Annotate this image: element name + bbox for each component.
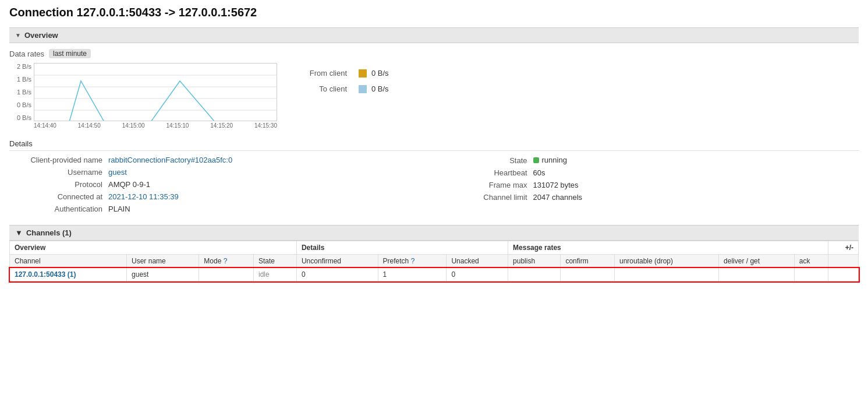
protocol-val: AMQP 0-9-1 [108, 180, 150, 189]
row-deliver [719, 268, 795, 281]
chart-box [34, 63, 277, 121]
y-label-4: 0 B/s [9, 114, 31, 121]
state-val: running [533, 156, 567, 164]
col-mode: Mode ? [199, 255, 254, 268]
col-confirm: confirm [561, 255, 615, 268]
auth-key: Authentication [9, 205, 102, 213]
col-username: User name [127, 255, 199, 268]
channels-section-header: ▼ Channels (1) [9, 225, 859, 241]
channels-label: Channels (1) [26, 228, 72, 237]
connected-at-key: Connected at [9, 192, 102, 201]
y-label-1: 1 B/s [9, 76, 31, 83]
details-grid: Client-provided name rabbitConnectionFac… [9, 156, 859, 213]
col-deliver: deliver / get [719, 255, 795, 268]
row-state: idle [254, 268, 297, 281]
username-row: Username guest [9, 168, 434, 177]
col-unacked: Unacked [447, 255, 508, 268]
username-val: guest [108, 168, 127, 177]
channels-group-header-row: Overview Details Message rates +/- [10, 241, 859, 255]
channels-table: Overview Details Message rates +/- Chann… [9, 241, 859, 281]
channel-limit-key: Channel limit [434, 193, 527, 202]
from-client-color-box [359, 69, 367, 78]
x-axis-labels: 14:14:40 14:14:50 14:15:00 14:15:10 14:1… [34, 122, 277, 129]
frame-max-key: Frame max [434, 181, 527, 189]
row-unroutable [614, 268, 718, 281]
legend-area: From client 0 B/s To client 0 B/s [300, 63, 389, 93]
overview-label: Overview [24, 31, 58, 40]
heartbeat-val: 60s [533, 168, 545, 177]
chart-svg [34, 64, 277, 121]
plus-minus-btn[interactable]: +/- [828, 241, 859, 255]
to-client-color-box [359, 85, 367, 93]
col-unroutable: unroutable (drop) [614, 255, 718, 268]
state-text: running [542, 156, 567, 164]
details-title: Details [9, 139, 859, 151]
details-left-col: Client-provided name rabbitConnectionFac… [9, 156, 434, 213]
row-spacer [828, 268, 859, 281]
from-client-color-val: 0 B/s [359, 69, 389, 78]
from-client-legend: From client 0 B/s [300, 69, 389, 78]
col-unconfirmed: Unconfirmed [296, 255, 378, 268]
username-key: Username [9, 168, 102, 177]
details-right-col: State running Heartbeat 60s Frame max 13… [434, 156, 859, 213]
col-prefetch: Prefetch ? [378, 255, 447, 268]
y-label-3: 0 B/s [9, 101, 31, 108]
heartbeat-row: Heartbeat 60s [434, 168, 859, 177]
overview-arrow-icon: ▼ [15, 32, 21, 38]
time-badge[interactable]: last minute [49, 49, 91, 58]
channels-col-header-row: Channel User name Mode ? State Unconfirm… [10, 255, 859, 268]
row-unacked: 0 [447, 268, 508, 281]
row-ack [794, 268, 828, 281]
channel-limit-val: 2047 channels [533, 193, 583, 202]
protocol-key: Protocol [9, 180, 102, 189]
col-mode-label: Mode [204, 257, 221, 265]
col-prefetch-label: Prefetch [383, 257, 409, 265]
chart-container: 2 B/s 1 B/s 1 B/s 0 B/s 0 B/s 14:14:40 1… [9, 63, 277, 129]
connected-at-row: Connected at 2021-12-10 11:35:39 [9, 192, 434, 201]
col-prefetch-help[interactable]: ? [411, 257, 415, 265]
y-label-0: 2 B/s [9, 63, 31, 70]
from-client-value: 0 B/s [371, 69, 389, 78]
row-username: guest [127, 268, 199, 281]
col-ack: ack [794, 255, 828, 268]
group-overview: Overview [10, 241, 297, 255]
x-label-3: 14:15:10 [166, 122, 189, 129]
to-client-color-val: 0 B/s [359, 84, 389, 93]
row-mode [199, 268, 254, 281]
client-name-val: rabbitConnectionFactory#102aa5fc:0 [108, 156, 232, 164]
state-row: State running [434, 156, 859, 165]
to-client-value: 0 B/s [371, 84, 389, 93]
group-details: Details [296, 241, 508, 255]
to-client-legend: To client 0 B/s [300, 84, 389, 93]
x-label-5: 14:15:30 [254, 122, 277, 129]
data-rates-label: Data rates [9, 50, 44, 58]
y-label-2: 1 B/s [9, 89, 31, 96]
connected-at-val: 2021-12-10 11:35:39 [108, 192, 179, 201]
heartbeat-key: Heartbeat [434, 168, 527, 177]
row-confirm [561, 268, 615, 281]
group-message-rates: Message rates [508, 241, 828, 255]
col-mode-help[interactable]: ? [224, 257, 228, 265]
from-client-label: From client [300, 69, 347, 78]
details-section: Details Client-provided name rabbitConne… [9, 139, 859, 213]
x-label-1: 14:14:50 [78, 122, 101, 129]
row-unconfirmed: 0 [296, 268, 378, 281]
channels-section: ▼ Channels (1) Overview Details Message … [9, 225, 859, 281]
client-name-row: Client-provided name rabbitConnectionFac… [9, 156, 434, 164]
row-prefetch: 1 [378, 268, 447, 281]
col-state: State [254, 255, 297, 268]
row-publish [508, 268, 561, 281]
protocol-row: Protocol AMQP 0-9-1 [9, 180, 434, 189]
col-channel: Channel [10, 255, 127, 268]
auth-val: PLAIN [108, 205, 130, 213]
channels-arrow-icon: ▼ [15, 228, 23, 237]
x-label-0: 14:14:40 [34, 122, 56, 129]
state-green-dot-icon [533, 157, 539, 163]
channel-limit-row: Channel limit 2047 channels [434, 193, 859, 202]
row-channel[interactable]: 127.0.0.1:50433 (1) [10, 268, 127, 281]
x-label-4: 14:15:20 [210, 122, 233, 129]
chart-area: 2 B/s 1 B/s 1 B/s 0 B/s 0 B/s 14:14:40 1… [9, 63, 859, 129]
auth-row: Authentication PLAIN [9, 205, 434, 213]
frame-max-val: 131072 bytes [533, 181, 579, 189]
y-axis-labels: 2 B/s 1 B/s 1 B/s 0 B/s 0 B/s [9, 63, 31, 121]
